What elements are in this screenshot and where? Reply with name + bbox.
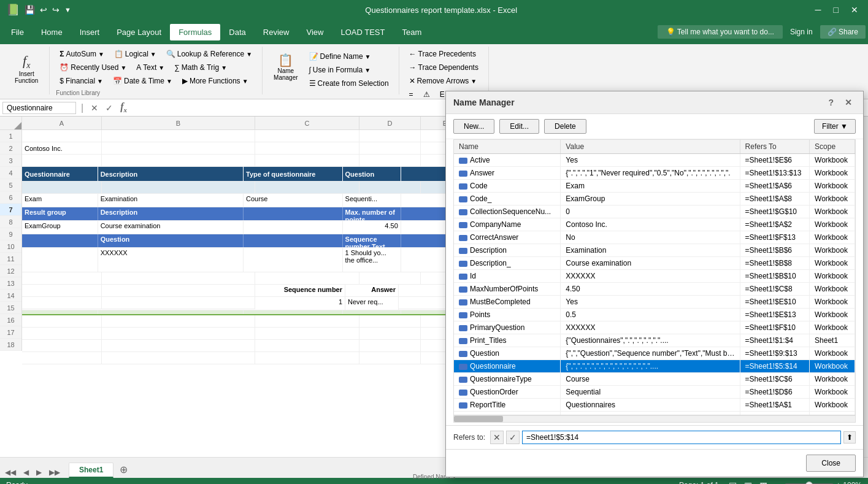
nm-table-container[interactable]: Name Value Refers To Scope Active Yes =S…	[453, 139, 856, 415]
nm-table-row-9[interactable]: Id XXXXXX =Sheet1!$B$10 Workbook	[454, 270, 855, 283]
signin-btn[interactable]: Sign in	[783, 25, 820, 39]
quick-access-undo[interactable]: ↩	[40, 5, 47, 15]
cell-b2[interactable]	[102, 142, 255, 155]
cell-a8[interactable]: ExamGroup	[22, 221, 98, 234]
nm-cell-name-6[interactable]: CorrectAnswer	[454, 231, 561, 244]
nm-table-row-6[interactable]: CorrectAnswer No =Sheet1!$F$13 Workbook	[454, 231, 855, 244]
dialog-close-btn[interactable]: Close	[806, 455, 856, 472]
delete-btn[interactable]: Delete	[544, 119, 586, 134]
cell-c15[interactable]	[255, 315, 359, 328]
nm-cell-name-3[interactable]: Code_	[454, 193, 561, 206]
quick-access-redo[interactable]: ↪	[52, 5, 60, 15]
cell-e8[interactable]	[401, 221, 448, 234]
text-btn[interactable]: A Text ▼	[133, 61, 168, 74]
lookup-reference-btn[interactable]: 🔍 Lookup & Reference ▼	[163, 48, 256, 60]
nm-table-row-2[interactable]: Code Exam =Sheet1!$A$6 Workbook	[454, 180, 855, 193]
zoom-out-btn[interactable]: ─	[777, 481, 783, 484]
menu-load-test[interactable]: LOAD TEST	[332, 24, 393, 40]
menu-team[interactable]: Team	[393, 24, 430, 40]
nm-table-row-16[interactable]: Questionnaire {",",".",".",".",".",".","…	[454, 360, 855, 373]
cell-e10[interactable]	[401, 248, 448, 272]
zoom-in-btn[interactable]: +	[836, 481, 840, 484]
menu-review[interactable]: Review	[255, 24, 298, 40]
cell-a6[interactable]: Exam	[22, 194, 98, 207]
refers-confirm-btn[interactable]: ✓	[506, 431, 520, 444]
cell-b11[interactable]	[102, 272, 255, 285]
nm-cell-name-15[interactable]: Question	[454, 347, 561, 360]
nm-cell-name-19[interactable]: ReportTitle	[454, 399, 561, 412]
cell-e16[interactable]	[421, 328, 448, 340]
tell-me-input[interactable]: 💡 Tell me what you want to do...	[658, 25, 783, 39]
cell-d11[interactable]	[359, 272, 421, 285]
nm-table-row-14[interactable]: Print_Titles {"Questionnaires",".",".","…	[454, 334, 855, 347]
create-selection-btn[interactable]: ☰ Create from Selection	[305, 77, 393, 90]
cell-e3[interactable]	[421, 155, 448, 167]
cell-e7[interactable]	[401, 207, 448, 220]
cell-a1[interactable]	[22, 130, 102, 142]
nm-table-row-3[interactable]: Code_ ExamGroup =Sheet1!$A$8 Workbook	[454, 193, 855, 206]
nm-table-row-8[interactable]: Description_ Course examination =Sheet1!…	[454, 257, 855, 270]
cell-b3[interactable]	[102, 155, 255, 167]
cell-c8[interactable]	[244, 221, 343, 234]
cell-b8[interactable]: Course examination	[98, 221, 244, 234]
cell-b9[interactable]: Question	[98, 234, 244, 247]
cell-e18[interactable]	[421, 352, 448, 364]
nm-scroll-thumb[interactable]	[454, 416, 503, 422]
cell-d14[interactable]	[343, 310, 401, 314]
nm-cell-name-14[interactable]: Print_Titles	[454, 334, 561, 347]
cell-e6[interactable]	[401, 194, 448, 207]
cell-e11[interactable]	[421, 272, 448, 285]
cell-b5[interactable]	[102, 182, 255, 194]
nm-cell-name-9[interactable]: Id	[454, 270, 561, 283]
sheet-scroll-right[interactable]: ▶▶	[47, 467, 63, 478]
menu-view[interactable]: View	[298, 24, 332, 40]
math-trig-btn[interactable]: ∑ Math & Trig ▼	[171, 61, 231, 74]
cell-a9[interactable]	[22, 234, 98, 247]
nm-cell-name-11[interactable]: MustBeCompleted	[454, 296, 561, 309]
cell-c17[interactable]	[255, 340, 359, 352]
recently-used-btn[interactable]: ⏰ Recently Used ▼	[56, 61, 130, 74]
cell-d17[interactable]	[359, 340, 421, 352]
nm-cell-name-5[interactable]: CompanyName	[454, 218, 561, 231]
dialog-close-x-btn[interactable]: ✕	[841, 96, 856, 109]
autosum-btn[interactable]: Σ AutoSum ▼	[56, 48, 107, 60]
cell-d10[interactable]: 1 Should yo...the office...	[343, 248, 401, 272]
cell-c1[interactable]	[255, 130, 359, 142]
cell-c2[interactable]	[255, 142, 359, 155]
nm-cell-name-13[interactable]: PrimaryQuestion	[454, 321, 561, 334]
menu-data[interactable]: Data	[220, 24, 254, 40]
nm-table-row-10[interactable]: MaxNumberOfPoints 4.50 =Sheet1!$C$8 Work…	[454, 283, 855, 296]
nm-table-row-18[interactable]: QuestionOrder Sequential =Sheet1!$D$6 Wo…	[454, 386, 855, 399]
cell-a3[interactable]	[22, 155, 102, 167]
cell-a17[interactable]	[22, 340, 102, 352]
cell-b18[interactable]	[102, 352, 255, 364]
nm-table-row-1[interactable]: Answer {".",".","1","Never required","0.…	[454, 167, 855, 180]
remove-arrows-btn[interactable]: ✕ Remove Arrows ▼	[405, 75, 481, 87]
cell-a5[interactable]	[22, 182, 102, 194]
cell-e13[interactable]	[399, 297, 448, 309]
cell-b6[interactable]: Examination	[98, 194, 244, 207]
cell-c10[interactable]	[244, 248, 343, 272]
cell-c7[interactable]	[244, 207, 343, 220]
nm-cell-name-12[interactable]: Points	[454, 309, 561, 321]
trace-precedents-btn[interactable]: ← Trace Precedents	[405, 48, 480, 60]
cell-c9[interactable]	[244, 234, 343, 247]
menu-insert[interactable]: Insert	[71, 24, 109, 40]
cell-b16[interactable]	[102, 328, 255, 340]
insert-function-formula-btn[interactable]: fx	[118, 100, 129, 115]
cell-b17[interactable]	[102, 340, 255, 352]
cell-b10[interactable]: XXXXXX	[98, 248, 244, 272]
sheet-scroll-left[interactable]: ◀◀	[2, 467, 18, 478]
cell-b1[interactable]	[102, 130, 255, 142]
nm-table-row-7[interactable]: Description Examination =Sheet1!$B$6 Wor…	[454, 244, 855, 257]
cell-c16[interactable]	[255, 328, 359, 340]
header-e4[interactable]	[401, 167, 448, 181]
maximize-btn[interactable]: □	[830, 4, 842, 16]
cell-a18[interactable]	[22, 352, 102, 364]
cancel-formula-btn[interactable]: ✕	[88, 102, 101, 114]
cell-c18[interactable]	[255, 352, 359, 364]
cell-e14[interactable]	[401, 310, 448, 314]
cell-c13[interactable]: 1	[255, 297, 345, 310]
cell-d6[interactable]: Sequenti...	[343, 194, 401, 207]
cell-d3[interactable]	[359, 155, 421, 167]
